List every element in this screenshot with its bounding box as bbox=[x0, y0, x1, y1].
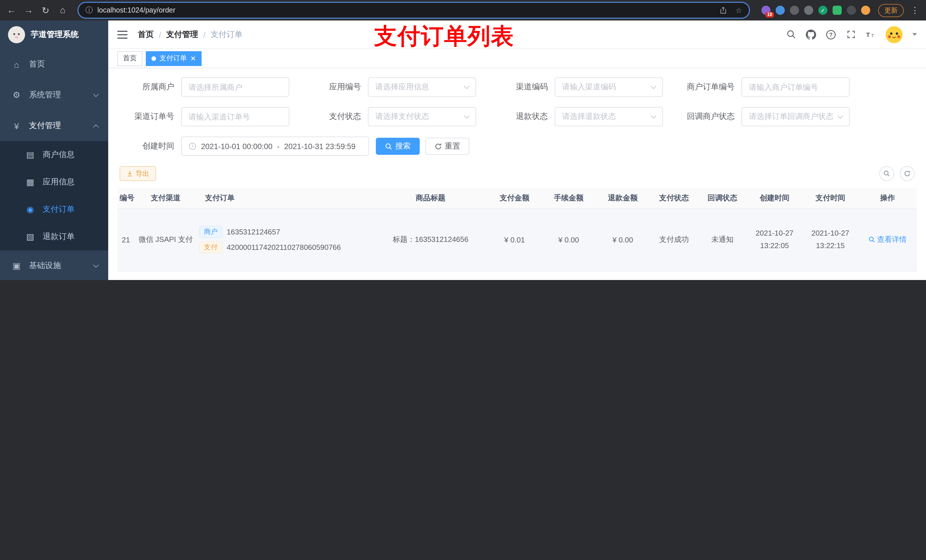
cell-channel: 微信 JSAPI 支付 bbox=[135, 271, 197, 280]
chevron-up-icon bbox=[93, 124, 99, 130]
bookmark-star-icon[interactable]: ☆ bbox=[735, 6, 742, 15]
refund-status-select[interactable]: 请选择退款状态 bbox=[555, 107, 663, 126]
cell-created: 2021-10-2713:22:05 bbox=[747, 208, 802, 271]
forward-icon[interactable]: → bbox=[23, 5, 34, 15]
back-icon[interactable]: ← bbox=[6, 5, 17, 15]
reset-button[interactable]: 重置 bbox=[425, 138, 469, 155]
share-icon[interactable] bbox=[720, 6, 728, 14]
cell-refund: ¥ 0.00 bbox=[596, 271, 650, 280]
export-button[interactable]: 导出 bbox=[120, 166, 156, 181]
hamburger-icon[interactable] bbox=[117, 30, 127, 38]
cell-refund: ¥ 0.00 bbox=[596, 208, 650, 271]
cell-actions: 查看详情 bbox=[858, 271, 917, 280]
view-detail-link[interactable]: 查看详情 bbox=[869, 234, 906, 245]
pay-status-select[interactable]: 请选择支付状态 bbox=[368, 107, 476, 126]
cell-fee: ¥ 0.00 bbox=[542, 271, 596, 280]
merchant-tag: 商户 bbox=[199, 226, 222, 238]
svg-text:?: ? bbox=[829, 31, 832, 38]
channel-code-select[interactable]: 请输入渠道编码 bbox=[555, 77, 663, 97]
fullscreen-icon[interactable] bbox=[846, 29, 856, 39]
github-icon[interactable] bbox=[806, 29, 816, 39]
sidebar-item-pay[interactable]: ¥ 支付管理 bbox=[0, 110, 108, 141]
extension-icon-5[interactable]: ✓ bbox=[819, 6, 828, 15]
extension-icon-1[interactable]: 10 bbox=[761, 6, 770, 15]
channel-order-no-input[interactable] bbox=[181, 107, 289, 126]
close-icon[interactable]: ✕ bbox=[190, 55, 196, 62]
svg-text:T: T bbox=[866, 31, 870, 38]
profile-avatar[interactable] bbox=[861, 6, 870, 15]
extension-icon-4[interactable] bbox=[804, 6, 813, 15]
tags-view-bar: 首页 支付订单 ✕ bbox=[108, 49, 926, 68]
screen: ← → ↻ ⌂ ⓘ localhost:1024/pay/order ☆ 10 … bbox=[0, 0, 926, 280]
reload-icon[interactable]: ↻ bbox=[40, 5, 51, 16]
browser-toolbar: ← → ↻ ⌂ ⓘ localhost:1024/pay/order ☆ 10 … bbox=[0, 0, 926, 21]
help-icon[interactable]: ? bbox=[826, 29, 836, 39]
browser-update-button[interactable]: 更新 bbox=[878, 4, 904, 17]
active-dot bbox=[151, 56, 156, 60]
cell-paid: 2021-10-2713:19:15 bbox=[802, 271, 858, 280]
font-size-icon[interactable]: TT bbox=[865, 29, 876, 39]
extension-icon-6[interactable] bbox=[832, 6, 842, 15]
user-avatar[interactable] bbox=[885, 26, 903, 43]
filter-label-merchant: 所属商户 bbox=[117, 82, 181, 92]
merchant-filter-input[interactable] bbox=[181, 77, 289, 97]
merchant-order-no-input[interactable] bbox=[741, 77, 850, 97]
notify-status-select[interactable]: 请选择订单回调商户状态 bbox=[741, 107, 850, 126]
toggle-search-button[interactable] bbox=[879, 166, 894, 181]
sidebar-item-home[interactable]: ⌂ 首页 bbox=[0, 49, 108, 80]
extension-icon-3[interactable] bbox=[790, 6, 799, 15]
filter-label-merchant-order-no: 商户订单编号 bbox=[678, 82, 741, 92]
sidebar-item-app-info[interactable]: ▦ 应用信息 bbox=[0, 169, 108, 196]
pay-order-no: 4200001174202110278060590766 bbox=[227, 243, 341, 252]
extension-icon-7[interactable] bbox=[847, 6, 856, 15]
grid-icon: ▦ bbox=[25, 177, 35, 187]
chevron-down-icon bbox=[464, 113, 469, 118]
tag-pay-order[interactable]: 支付订单 ✕ bbox=[146, 51, 201, 66]
address-bar[interactable]: ⓘ localhost:1024/pay/order ☆ bbox=[79, 3, 749, 18]
sidebar-item-refund-order[interactable]: ▧ 退款订单 bbox=[0, 223, 108, 251]
sidebar-submenu-pay: ▤ 商户信息 ▦ 应用信息 ◉ 支付订单 ▧ 退款订单 bbox=[0, 141, 108, 251]
sidebar-item-infrastructure[interactable]: ▣ 基础设施 bbox=[0, 251, 108, 280]
app-no-select[interactable]: 请选择应用信息 bbox=[368, 77, 476, 97]
filter-label-channel-code: 渠道编码 bbox=[491, 82, 555, 92]
col-amount: 支付金额 bbox=[487, 188, 542, 208]
cell-fee: ¥ 0.00 bbox=[542, 208, 596, 271]
home-icon[interactable]: ⌂ bbox=[57, 5, 68, 15]
yen-icon: ¥ bbox=[11, 121, 22, 131]
extensions-area: 10 ✓ bbox=[761, 6, 870, 15]
sidebar-item-pay-order[interactable]: ◉ 支付订单 bbox=[0, 196, 108, 223]
filter-label-refund-status: 退款状态 bbox=[491, 112, 555, 122]
clock-icon bbox=[189, 142, 197, 150]
tag-home[interactable]: 首页 bbox=[117, 51, 142, 66]
sidebar-item-merchant-info[interactable]: ▤ 商户信息 bbox=[0, 141, 108, 169]
cell-paid: 2021-10-2713:22:15 bbox=[802, 208, 858, 271]
search-button[interactable]: 搜索 bbox=[376, 138, 420, 155]
site-info-icon[interactable]: ⓘ bbox=[85, 5, 93, 15]
avatar-dropdown-icon[interactable] bbox=[912, 33, 917, 36]
col-fee: 手续金额 bbox=[542, 188, 596, 208]
sidebar-item-system[interactable]: ⚙ 系统管理 bbox=[0, 80, 108, 110]
breadcrumb-pay[interactable]: 支付管理 bbox=[166, 29, 198, 39]
browser-menu-icon[interactable]: ⋮ bbox=[909, 5, 920, 15]
annotation-overlay: 支付订单列表 bbox=[374, 21, 514, 52]
col-refund: 退款金额 bbox=[596, 188, 650, 208]
top-navbar: 首页 / 支付管理 / 支付订单 ? bbox=[108, 21, 926, 49]
cell-channel: 微信 JSAPI 支付 bbox=[135, 208, 197, 271]
breadcrumb-home[interactable]: 首页 bbox=[138, 29, 154, 39]
extension-icon-2[interactable] bbox=[776, 6, 785, 15]
col-status: 支付状态 bbox=[650, 188, 698, 208]
search-icon[interactable] bbox=[786, 29, 796, 39]
cell-actions: 查看详情 bbox=[858, 208, 917, 271]
create-time-range-picker[interactable]: 2021-10-01 00:00:00 - 2021-10-31 23:59:5… bbox=[181, 137, 369, 156]
table-row[interactable]: 21 微信 JSAPI 支付 商户1635312124657 支付4200001… bbox=[117, 208, 917, 271]
cell-status: 支付成功 bbox=[650, 271, 698, 280]
cell-amount: ¥ 0.01 bbox=[487, 271, 542, 280]
table-row[interactable]: 20 微信 JSAPI 支付 商户1635311949168 支付4200001… bbox=[117, 271, 917, 280]
chevron-down-icon bbox=[93, 91, 99, 97]
pay-tag: 支付 bbox=[199, 241, 222, 253]
chevron-down-icon bbox=[837, 113, 843, 118]
refresh-table-button[interactable] bbox=[900, 166, 915, 181]
cell-id: 20 bbox=[117, 271, 135, 280]
date-end: 2021-10-31 23:59:59 bbox=[284, 142, 356, 151]
col-notify: 回调状态 bbox=[698, 188, 747, 208]
